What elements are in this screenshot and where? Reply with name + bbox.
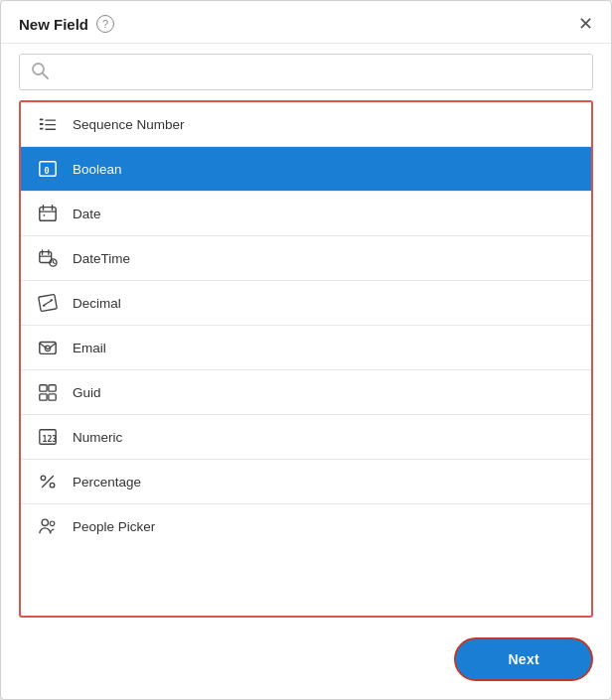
list-item[interactable]: People Picker bbox=[21, 504, 591, 548]
date-icon bbox=[37, 203, 59, 224]
search-input[interactable] bbox=[58, 65, 582, 79]
item-label: Percentage bbox=[73, 475, 141, 490]
item-label: Guid bbox=[73, 385, 101, 400]
svg-point-24 bbox=[43, 305, 45, 307]
list-item[interactable]: Guid bbox=[21, 370, 591, 415]
list-item[interactable]: Decimal bbox=[21, 281, 591, 326]
list-item[interactable]: Date bbox=[21, 192, 591, 236]
svg-rect-31 bbox=[49, 394, 56, 400]
boolean-icon: 0 bbox=[37, 158, 59, 180]
svg-point-38 bbox=[50, 521, 55, 526]
item-label: People Picker bbox=[73, 519, 155, 534]
svg-rect-4 bbox=[40, 128, 44, 130]
list-item[interactable]: 123 Numeric bbox=[21, 415, 591, 460]
guid-icon bbox=[37, 381, 59, 403]
list-item[interactable]: 0 Boolean bbox=[21, 147, 591, 192]
item-label: Decimal bbox=[73, 296, 121, 311]
svg-rect-10 bbox=[40, 208, 56, 221]
search-container bbox=[1, 44, 611, 100]
svg-rect-7 bbox=[45, 129, 56, 130]
svg-rect-5 bbox=[45, 119, 56, 120]
svg-text:123: 123 bbox=[43, 434, 58, 444]
new-field-dialog: New Field ? ✕ bbox=[0, 0, 612, 700]
svg-point-0 bbox=[33, 64, 44, 74]
email-icon bbox=[37, 337, 59, 358]
item-label: DateTime bbox=[73, 251, 130, 266]
list-item[interactable]: Percentage bbox=[21, 460, 591, 504]
svg-point-34 bbox=[41, 476, 46, 481]
dialog-title: New Field bbox=[19, 16, 88, 33]
search-icon bbox=[30, 61, 50, 83]
svg-text:0: 0 bbox=[44, 166, 49, 176]
list-item[interactable]: Email bbox=[21, 326, 591, 370]
item-label: Date bbox=[73, 207, 101, 221]
list-item[interactable]: Sequence Number bbox=[21, 102, 591, 147]
svg-point-14 bbox=[43, 214, 45, 216]
svg-line-36 bbox=[43, 477, 54, 488]
field-type-list: Sequence Number 0 Boolean bbox=[19, 100, 593, 618]
datetime-icon bbox=[37, 247, 59, 269]
svg-point-25 bbox=[51, 299, 53, 301]
list-item[interactable]: DateTime bbox=[21, 236, 591, 281]
close-icon[interactable]: ✕ bbox=[578, 15, 593, 33]
dialog-header: New Field ? ✕ bbox=[1, 1, 611, 44]
svg-rect-3 bbox=[40, 123, 44, 125]
svg-line-21 bbox=[53, 263, 55, 264]
svg-point-37 bbox=[42, 519, 48, 525]
item-label: Sequence Number bbox=[73, 117, 185, 132]
svg-rect-30 bbox=[40, 394, 47, 400]
svg-rect-6 bbox=[45, 124, 56, 125]
item-label: Boolean bbox=[73, 162, 122, 177]
svg-rect-29 bbox=[49, 385, 56, 391]
svg-line-1 bbox=[43, 73, 48, 78]
svg-rect-2 bbox=[40, 119, 44, 121]
sequence-icon bbox=[37, 113, 59, 135]
svg-point-35 bbox=[50, 483, 55, 488]
numeric-icon: 123 bbox=[37, 426, 59, 448]
search-box bbox=[19, 54, 593, 90]
percentage-icon bbox=[37, 471, 59, 492]
svg-rect-26 bbox=[40, 343, 56, 354]
people-picker-icon bbox=[37, 515, 59, 537]
item-label: Email bbox=[73, 341, 106, 355]
next-button[interactable]: Next bbox=[454, 637, 593, 681]
dialog-footer: Next bbox=[1, 628, 611, 699]
svg-rect-28 bbox=[40, 385, 47, 391]
decimal-icon bbox=[37, 292, 59, 314]
title-row: New Field ? bbox=[19, 15, 114, 33]
help-icon[interactable]: ? bbox=[96, 15, 114, 33]
item-label: Numeric bbox=[73, 430, 122, 445]
